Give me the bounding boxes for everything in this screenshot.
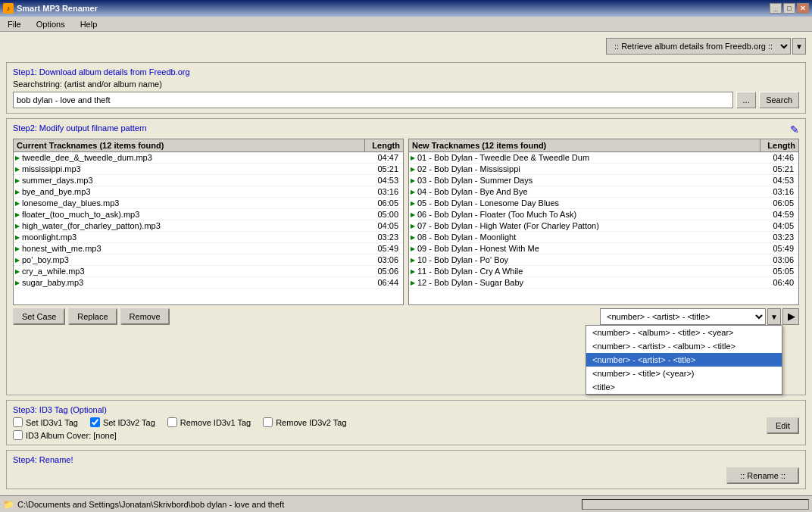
- step3-checkboxes: Set ID3v1 Tag Set ID3v2 Tag Remove ID3v1…: [13, 417, 347, 440]
- checkbox-album-cover-input[interactable]: [13, 430, 23, 440]
- track-arrow-icon: ▶: [15, 166, 20, 173]
- current-track-row[interactable]: ▶bye_and_bye.mp303:16: [14, 186, 403, 198]
- retrieve-arrow-button[interactable]: ▼: [792, 38, 806, 55]
- track-arrow-icon: ▶: [411, 268, 415, 275]
- step3-label: Step3: ID3 Tag (Optional): [13, 405, 799, 414]
- step1-section: Step1: Download album details from Freed…: [6, 62, 806, 114]
- current-track-row[interactable]: ▶cry_a_while.mp305:06: [14, 266, 403, 277]
- current-track-row[interactable]: ▶honest_with_me.mp305:49: [14, 243, 403, 254]
- minimize-button[interactable]: _: [770, 3, 782, 14]
- track-name: honest_with_me.mp3: [22, 244, 364, 253]
- step2-label: Step2: Modify output filname pattern: [13, 123, 147, 133]
- status-right-panel: [582, 499, 809, 510]
- retrieve-select[interactable]: :: Retrieve album details from Freedb.or…: [606, 38, 791, 55]
- track-length: 05:21: [364, 164, 401, 173]
- track-name: bye_and_bye.mp3: [22, 187, 364, 196]
- edit-tag-button[interactable]: Edit: [767, 417, 799, 434]
- pattern-select[interactable]: <number> - <album> - <title> - <year><nu…: [600, 308, 766, 325]
- menu-options[interactable]: Options: [32, 18, 70, 30]
- track-arrow-icon: ▶: [15, 189, 20, 195]
- new-track-row[interactable]: ▶02 - Bob Dylan - Mississippi05:21: [409, 164, 798, 175]
- checkbox-id3v1-input[interactable]: [13, 417, 23, 427]
- top-bar: :: Retrieve album details from Freedb.or…: [6, 38, 806, 55]
- new-tracks-body: ▶01 - Bob Dylan - Tweedle Dee & Tweedle …: [409, 152, 798, 289]
- search-label: Searchstring: (artist and/or album name): [13, 80, 799, 89]
- current-tracks-body: ▶tweedle_dee_&_tweedle_dum.mp304:47▶miss…: [14, 152, 403, 289]
- track-arrow-icon: ▶: [15, 245, 20, 252]
- track-name: 02 - Bob Dylan - Mississippi: [417, 164, 759, 173]
- current-track-row[interactable]: ▶moonlight.mp303:23: [14, 232, 403, 243]
- maximize-button[interactable]: □: [783, 3, 795, 14]
- current-track-row[interactable]: ▶floater_(too_much_to_ask).mp305:00: [14, 209, 403, 220]
- browse-button[interactable]: ...: [736, 92, 756, 108]
- track-arrow-icon: ▶: [411, 177, 415, 184]
- checkbox-remove-id3v2: Remove ID3v2 Tag: [263, 417, 346, 427]
- buttons-row: Set Case Replace Remove <number> - <albu…: [13, 308, 799, 325]
- track-name: cry_a_while.mp3: [22, 267, 364, 276]
- track-name: 12 - Bob Dylan - Sugar Baby: [417, 278, 759, 287]
- track-arrow-icon: ▶: [15, 223, 20, 229]
- track-arrow-icon: ▶: [411, 223, 415, 229]
- track-arrow-icon: ▶: [411, 200, 415, 207]
- step4-inner: :: Rename ::: [13, 467, 799, 484]
- track-name: 09 - Bob Dylan - Honest With Me: [417, 244, 759, 253]
- new-track-row[interactable]: ▶12 - Bob Dylan - Sugar Baby06:40: [409, 277, 798, 289]
- track-name: summer_days.mp3: [22, 176, 364, 185]
- pattern-option-1[interactable]: <number> - <artist> - <album> - <title>: [586, 339, 782, 353]
- track-arrow-icon: ▶: [15, 211, 20, 218]
- new-track-row[interactable]: ▶11 - Bob Dylan - Cry A While05:05: [409, 266, 798, 277]
- current-track-row[interactable]: ▶tweedle_dee_&_tweedle_dum.mp304:47: [14, 152, 403, 164]
- checkbox-album-cover: ID3 Album Cover: [none]: [13, 430, 347, 440]
- track-length: 05:21: [759, 164, 797, 173]
- new-track-row[interactable]: ▶10 - Bob Dylan - Po' Boy03:06: [409, 254, 798, 266]
- track-length: 04:46: [759, 153, 797, 162]
- track-arrow-icon: ▶: [411, 211, 415, 218]
- replace-button[interactable]: Replace: [68, 308, 117, 325]
- current-track-row[interactable]: ▶summer_days.mp304:53: [14, 175, 403, 186]
- new-tracks-col-name: New Tracknames (12 items found): [409, 139, 760, 151]
- pattern-go-button[interactable]: ▶: [782, 308, 799, 325]
- edit-pattern-icon[interactable]: ✎: [790, 123, 799, 136]
- track-length: 04:47: [364, 153, 401, 162]
- track-length: 05:00: [364, 210, 401, 219]
- current-track-row[interactable]: ▶lonesome_day_blues.mp306:05: [14, 198, 403, 209]
- new-track-row[interactable]: ▶07 - Bob Dylan - High Water (For Charle…: [409, 220, 798, 232]
- window-title: Smart MP3 Renamer: [17, 4, 98, 13]
- pattern-option-0[interactable]: <number> - <album> - <title> - <year>: [586, 326, 782, 339]
- current-track-row[interactable]: ▶po'_boy.mp303:06: [14, 254, 403, 266]
- checkbox-id3v2-input[interactable]: [90, 417, 100, 427]
- search-input[interactable]: [13, 92, 733, 108]
- new-track-row[interactable]: ▶03 - Bob Dylan - Summer Days04:53: [409, 175, 798, 186]
- new-track-row[interactable]: ▶09 - Bob Dylan - Honest With Me05:49: [409, 243, 798, 254]
- track-name: high_water_(for_charley_patton).mp3: [22, 221, 364, 230]
- step3-section: Step3: ID3 Tag (Optional) Set ID3v1 Tag …: [6, 400, 806, 445]
- menu-help[interactable]: Help: [76, 18, 102, 30]
- track-length: 03:06: [364, 255, 401, 264]
- new-tracks-list: New Tracknames (12 items found) Length ▶…: [408, 139, 799, 305]
- checkbox-remove-id3v1-input[interactable]: [167, 417, 177, 427]
- track-name: mississippi.mp3: [22, 164, 364, 173]
- new-track-row[interactable]: ▶08 - Bob Dylan - Moonlight03:23: [409, 232, 798, 243]
- search-button[interactable]: Search: [759, 92, 799, 108]
- current-track-row[interactable]: ▶mississippi.mp305:21: [14, 164, 403, 175]
- new-track-row[interactable]: ▶06 - Bob Dylan - Floater (Too Much To A…: [409, 209, 798, 220]
- set-case-button[interactable]: Set Case: [13, 308, 65, 325]
- checkbox-remove-id3v2-label: Remove ID3v2 Tag: [276, 418, 346, 427]
- pattern-dropdown-button[interactable]: ▼: [767, 308, 781, 325]
- pattern-option-4[interactable]: <title>: [586, 380, 782, 394]
- pattern-dropdown-menu: <number> - <album> - <title> - <year> <n…: [586, 325, 782, 395]
- checkbox-remove-id3v2-input[interactable]: [263, 417, 273, 427]
- new-track-row[interactable]: ▶05 - Bob Dylan - Lonesome Day Blues06:0…: [409, 198, 798, 209]
- remove-button[interactable]: Remove: [120, 308, 170, 325]
- rename-button[interactable]: :: Rename ::: [726, 467, 799, 484]
- pattern-option-2[interactable]: <number> - <artist> - <title>: [586, 353, 782, 367]
- close-button[interactable]: ✕: [797, 3, 809, 14]
- new-track-row[interactable]: ▶04 - Bob Dylan - Bye And Bye03:16: [409, 186, 798, 198]
- current-track-row[interactable]: ▶high_water_(for_charley_patton).mp304:0…: [14, 220, 403, 232]
- menu-file[interactable]: File: [3, 18, 26, 30]
- track-arrow-icon: ▶: [411, 189, 415, 195]
- current-track-row[interactable]: ▶sugar_baby.mp306:44: [14, 277, 403, 289]
- pattern-option-3[interactable]: <number> - <title> (<year>): [586, 367, 782, 380]
- step4-label: Step4: Rename!: [13, 455, 799, 464]
- new-track-row[interactable]: ▶01 - Bob Dylan - Tweedle Dee & Tweedle …: [409, 152, 798, 164]
